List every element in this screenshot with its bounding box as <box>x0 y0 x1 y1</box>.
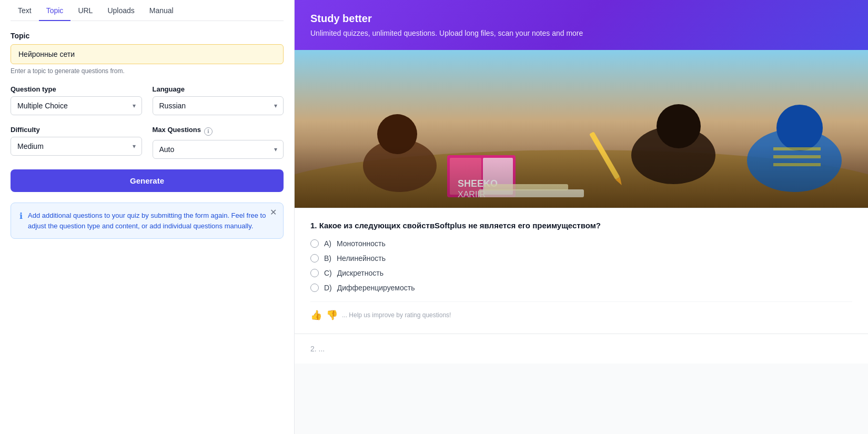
option-d-radio[interactable] <box>310 284 319 292</box>
tab-bar: Text Topic URL Uploads Manual <box>11 0 284 21</box>
option-c-label: C) <box>324 269 332 277</box>
option-a-label: A) <box>324 239 331 248</box>
tab-url[interactable]: URL <box>70 2 100 21</box>
max-questions-group: Max Questions ℹ Auto 5 10 15 20 <box>153 126 284 159</box>
question-type-label: Question type <box>11 85 142 93</box>
promo-title: Study better <box>310 13 852 25</box>
question-card-2-preview: 2. ... <box>295 334 868 364</box>
question-card-1: 1. Какое из следующих свойствSoftplus не… <box>295 208 868 334</box>
language-label: Language <box>153 85 284 93</box>
study-image: SHEEKO XARIIR <box>295 50 868 208</box>
option-c-text: Дискретность <box>337 269 383 277</box>
svg-point-14 <box>776 105 823 151</box>
max-questions-select-wrapper: Auto 5 10 15 20 <box>153 140 284 159</box>
max-questions-label: Max Questions <box>153 126 201 134</box>
difficulty-label: Difficulty <box>11 126 142 134</box>
option-a-radio[interactable] <box>310 239 319 248</box>
right-panel: Study better Unlimited quizzes, unlimite… <box>295 0 868 434</box>
left-panel: Text Topic URL Uploads Manual Topic Ente… <box>0 0 295 434</box>
generate-button[interactable]: Generate <box>11 169 284 192</box>
question-1-number: 1. <box>310 221 317 230</box>
info-box-close-button[interactable]: ✕ <box>270 208 277 217</box>
question-2-preview-text: 2. ... <box>310 345 852 353</box>
tab-text[interactable]: Text <box>11 2 39 21</box>
thumbs-up-icon[interactable]: 👍 <box>310 309 322 321</box>
tab-uploads[interactable]: Uploads <box>100 2 142 21</box>
question-type-select-wrapper: Multiple Choice True/False Short Answer <box>11 96 142 115</box>
option-b-radio[interactable] <box>310 254 319 263</box>
topic-input[interactable] <box>11 44 284 64</box>
option-d[interactable]: D) Дифференцируемость <box>310 284 852 292</box>
tab-manual[interactable]: Manual <box>142 2 181 21</box>
info-box-text: Add additional questions to your quiz by… <box>28 210 275 231</box>
language-select[interactable]: Russian English Spanish French <box>153 96 284 115</box>
promo-banner: Study better Unlimited quizzes, unlimite… <box>295 0 868 50</box>
tab-topic[interactable]: Topic <box>39 2 71 21</box>
language-group: Language Russian English Spanish French <box>153 85 284 115</box>
question-1-text: 1. Какое из следующих свойствSoftplus не… <box>310 221 852 230</box>
option-b[interactable]: B) Нелинейность <box>310 254 852 263</box>
difficulty-select-wrapper: Easy Medium Hard <box>11 137 142 156</box>
rating-row: 👍 👎 ... Help us improve by rating questi… <box>310 301 852 321</box>
rating-prompt: ... Help us improve by rating questions! <box>342 311 451 319</box>
thumbs-down-icon[interactable]: 👎 <box>326 309 338 321</box>
max-questions-label-row: Max Questions ℹ <box>153 126 284 137</box>
option-b-text: Нелинейность <box>337 254 386 263</box>
difficulty-maxq-row: Difficulty Easy Medium Hard Max Question… <box>11 126 284 159</box>
option-d-label: D) <box>324 284 332 292</box>
promo-subtitle: Unlimited quizzes, unlimited questions. … <box>310 29 852 37</box>
option-d-text: Дифференцируемость <box>337 284 415 292</box>
option-a[interactable]: A) Монотонность <box>310 239 852 248</box>
question-type-select[interactable]: Multiple Choice True/False Short Answer <box>11 96 142 115</box>
option-c[interactable]: C) Дискретность <box>310 269 852 277</box>
option-b-label: B) <box>324 254 331 263</box>
info-box: ℹ Add additional questions to your quiz … <box>11 203 284 239</box>
topic-hint: Enter a topic to generate questions from… <box>11 67 284 75</box>
info-box-icon: ℹ <box>19 211 23 221</box>
max-questions-info-icon: ℹ <box>204 127 213 136</box>
type-language-row: Question type Multiple Choice True/False… <box>11 85 284 115</box>
difficulty-select[interactable]: Easy Medium Hard <box>11 137 142 156</box>
option-c-radio[interactable] <box>310 269 319 277</box>
topic-label: Topic <box>11 32 284 40</box>
svg-point-10 <box>657 104 701 148</box>
study-image-overlay <box>295 145 868 208</box>
option-a-text: Монотонность <box>337 239 386 248</box>
language-select-wrapper: Russian English Spanish French <box>153 96 284 115</box>
question-type-group: Question type Multiple Choice True/False… <box>11 85 142 115</box>
max-questions-select[interactable]: Auto 5 10 15 20 <box>153 140 284 159</box>
question-1-body: Какое из следующих свойствSoftplus не яв… <box>319 221 601 230</box>
difficulty-group: Difficulty Easy Medium Hard <box>11 126 142 159</box>
